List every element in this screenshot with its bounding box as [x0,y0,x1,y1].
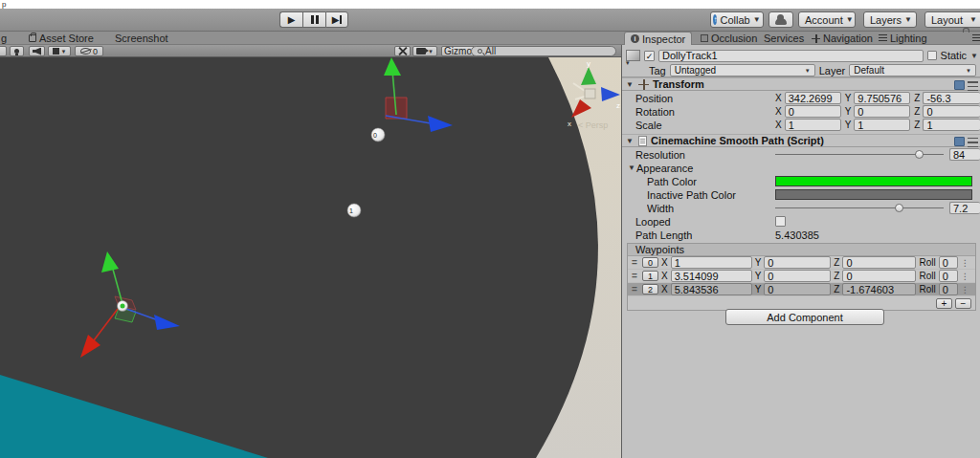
waypoint-position-icon[interactable]: ⋮⋮⋮ [961,258,970,268]
waypoint-y-field[interactable]: 0 [764,256,831,269]
waypoint-sphere-1[interactable]: 1 [347,204,361,217]
play-button[interactable]: ▶ [279,11,302,28]
waypoint-sphere-0[interactable]: 0 [371,128,385,142]
drag-handle-icon[interactable]: = [632,257,639,268]
waypoint-x-field[interactable]: 1 [671,256,752,269]
layers-button[interactable]: Layers ▼ [863,11,917,28]
scene-audio-toggle[interactable] [29,46,45,56]
drag-handle-icon[interactable]: = [632,271,639,281]
scene-tools-button[interactable] [394,46,411,56]
collab-button[interactable]: ↑ Collab ▼ [710,11,764,28]
resolution-slider[interactable] [775,148,944,161]
preset-icon[interactable] [968,138,978,147]
tab-label: Asset Store [39,33,94,44]
search-input[interactable] [485,46,590,56]
active-checkbox[interactable]: ✓ [644,51,655,61]
rotation-x-field[interactable]: 0 [785,105,841,118]
waypoint-position-icon[interactable]: ⋮⋮⋮ [961,272,970,281]
inactive-path-color-swatch[interactable] [775,189,972,200]
cloud-button[interactable] [768,11,793,28]
waypoint-y-field[interactable]: 0 [764,283,831,295]
position-y-field[interactable]: 9.750576 [854,92,910,104]
slider-handle[interactable] [895,204,903,212]
help-icon[interactable] [954,80,965,90]
waypoint-position-icon[interactable]: ⋮⋮⋮ [961,285,970,294]
static-label: Static [941,50,968,61]
tab-screenshot[interactable]: Screenshot [111,32,172,45]
chevron-down-icon: ▼ [753,15,761,24]
gizmo-center-cube[interactable] [585,89,595,98]
account-button[interactable]: Account ▼ [798,11,856,28]
drag-handle-icon[interactable]: = [632,284,639,294]
waypoint-z-field[interactable]: 0 [842,256,916,269]
scene-camera-button[interactable]: ▼ [412,46,437,56]
scene-view[interactable]: 0 1 y z x < Persp [0,57,621,458]
waypoint-x-field[interactable]: 5.843536 [671,283,752,295]
scene-search[interactable] [471,46,616,56]
appearance-foldout[interactable]: ▼ Appearance [622,162,980,174]
scene-lighting-toggle[interactable] [10,46,24,56]
inspector-header: ✓ Static ▼ Tag Untagged▼ Layer Default▼ [622,45,980,77]
width-field[interactable]: 7.2 [949,202,980,214]
persp-label[interactable]: < Persp [578,120,608,130]
resolution-field[interactable]: 84 [949,148,980,161]
pause-button[interactable] [302,11,325,28]
tab-services[interactable]: Services [758,32,810,45]
tab-label: Services [764,33,804,44]
cinemachine-header[interactable]: ▼ Cinemachine Smooth Path (Script) [622,134,980,147]
scale-x-field[interactable]: 1 [785,119,841,131]
static-checkbox[interactable] [927,51,937,60]
clipped-toggle-button[interactable] [0,46,7,56]
add-component-button[interactable]: Add Component [725,309,884,325]
tag-dropdown[interactable]: Untagged▼ [670,64,815,76]
waypoint-roll-field[interactable]: 0 [939,270,958,282]
position-z-field[interactable]: -56.3 [923,92,980,104]
add-waypoint-button[interactable]: + [936,298,952,309]
remove-waypoint-button[interactable]: − [955,298,971,309]
step-icon: ▶ [332,15,343,25]
waypoint-row-0[interactable]: = 0 X 1 Y 0 Z 0 Roll 0 ⋮⋮⋮ [628,256,975,270]
rotation-y-field[interactable]: 0 [854,105,910,118]
row-label: Position [635,93,775,104]
scale-y-field[interactable]: 1 [854,119,910,131]
waypoint-roll-field[interactable]: 0 [939,283,958,295]
transform-header[interactable]: ▼ Transform [622,77,980,91]
step-button[interactable]: ▶ [325,11,348,28]
waypoint-y-field[interactable]: 0 [764,270,831,282]
gameobject-icon[interactable] [626,50,640,61]
layout-button[interactable]: Layout ▼ [924,11,980,28]
tab-occlusion[interactable]: Occlusion [695,32,763,45]
tab-menu-icon[interactable] [972,34,980,43]
help-icon[interactable] [954,137,965,146]
tab-lighting[interactable]: Lighting [873,32,933,45]
position-x-field[interactable]: 342.2699 [785,92,841,104]
waypoint-index-button[interactable]: 1 [642,271,658,281]
layer-dropdown[interactable]: Default▼ [849,64,976,76]
gameobject-name-field[interactable] [658,50,924,62]
tab-inspector[interactable]: i Inspector [624,32,692,45]
waypoint-index-button[interactable]: 2 [642,284,658,294]
slider-handle[interactable] [915,150,924,159]
rotation-z-field[interactable]: 0 [923,105,980,118]
waypoints-header[interactable]: Waypoints [628,244,975,256]
scale-z-field[interactable]: 1 [923,119,980,131]
waypoint-roll-field[interactable]: 0 [939,256,958,269]
width-slider[interactable] [775,202,944,214]
tab-asset-store[interactable]: Asset Store [25,32,98,45]
waypoint-z-field[interactable]: -1.674603 [842,283,916,295]
waypoint-row-1[interactable]: = 1 X 3.514099 Y 0 Z 0 Roll 0 ⋮⋮⋮ [628,270,975,283]
waypoint-z-field[interactable]: 0 [842,270,916,282]
waypoint-x-field[interactable]: 3.514099 [671,270,752,282]
preset-icon[interactable] [968,81,978,91]
looped-checkbox[interactable] [775,216,786,227]
tab-navigation[interactable]: Navigation [806,32,879,45]
path-color-swatch[interactable] [775,176,972,186]
waypoint-row-2-selected[interactable]: = 2 X 5.843536 Y 0 Z -1.674603 Roll 0 ⋮⋮… [628,283,975,296]
foldout-icon[interactable]: ▼ [626,80,635,89]
scene-effects-toggle[interactable]: ▼ [48,46,71,56]
scene-visibility-toggle[interactable]: 0 [75,46,103,56]
foldout-icon[interactable]: ▼ [626,137,635,145]
component-title: Transform [653,78,704,90]
chevron-down-icon[interactable]: ▼ [970,52,978,60]
waypoint-index-button[interactable]: 0 [642,257,658,268]
